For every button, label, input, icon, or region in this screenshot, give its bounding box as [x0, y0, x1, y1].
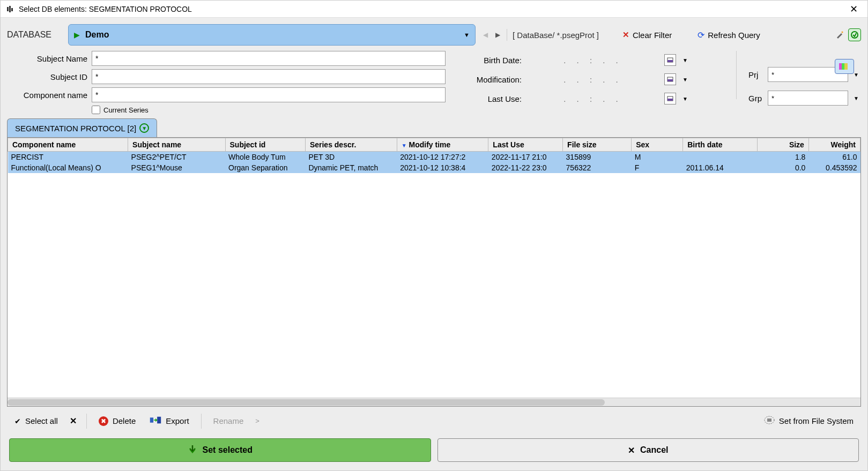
export-button[interactable]: Export: [147, 413, 191, 429]
dialog-buttons: Set selected ✕ Cancel: [7, 435, 861, 464]
birth-date-calendar-icon[interactable]: [664, 54, 676, 66]
table-cell: 0.0: [757, 162, 808, 173]
last-use-dropdown-icon[interactable]: ▼: [680, 94, 690, 104]
export-icon: [150, 415, 161, 427]
set-from-fs-button[interactable]: Set from File System: [762, 414, 856, 428]
table-cell: Dynamic PET, match: [305, 162, 397, 173]
subject-name-input[interactable]: [92, 51, 446, 66]
table-body[interactable]: Component name Subject name Subject id S…: [8, 138, 860, 398]
results-table: Component name Subject name Subject id S…: [7, 137, 861, 407]
toolbar-bottom: ✔ Select all ✕ ✖ Delete Export Rename >: [7, 407, 861, 435]
col-sex[interactable]: Sex: [632, 138, 683, 152]
h-scrollbar[interactable]: [8, 398, 860, 406]
table-cell: PSEG1^Mouse: [128, 162, 225, 173]
table-header-row: Component name Subject name Subject id S…: [8, 138, 860, 152]
tab-label: SEGMENTATION PROTOCOL [2]: [15, 124, 136, 133]
col-birth-date[interactable]: Birth date: [683, 138, 758, 152]
col-modify-time[interactable]: ▼Modify time: [397, 138, 488, 152]
svg-rect-6: [667, 60, 673, 62]
subject-id-input[interactable]: [92, 69, 446, 84]
grp-dropdown-icon[interactable]: ▼: [851, 93, 861, 103]
current-series-checkbox[interactable]: [92, 106, 100, 114]
play-icon: ▶: [74, 31, 80, 39]
table-cell: Organ Separation: [225, 162, 305, 173]
separator: [86, 414, 87, 429]
check-icon: ✔: [14, 417, 21, 425]
set-from-fs-label: Set from File System: [779, 416, 854, 425]
svg-point-3: [842, 32, 843, 33]
set-selected-button[interactable]: Set selected: [9, 438, 431, 462]
cancel-icon: ✕: [628, 445, 635, 455]
clear-filter-label: Clear Filter: [633, 31, 672, 40]
col-subject-name[interactable]: Subject name: [128, 138, 225, 152]
close-icon[interactable]: ✕: [845, 3, 862, 15]
scrollbar-thumb[interactable]: [8, 399, 605, 406]
prj-label: Prj: [748, 70, 765, 79]
table-cell: F: [632, 162, 683, 173]
col-size[interactable]: Size: [757, 138, 808, 152]
svg-rect-13: [844, 63, 848, 70]
table-row[interactable]: PERCISTPSEG2^PET/CTWhole Body TumPET 3D2…: [8, 152, 860, 163]
app-icon: [6, 5, 14, 13]
birth-date-dropdown-icon[interactable]: ▼: [680, 55, 690, 65]
filter-panel: Subject Name Subject ID Component name C…: [7, 51, 861, 114]
database-select[interactable]: ▶ Demo ▼: [68, 24, 476, 46]
col-component-name[interactable]: Component name: [8, 138, 128, 152]
table-row[interactable]: Functional(Local Means) OPSEG1^MouseOrga…: [8, 162, 860, 173]
refresh-query-button[interactable]: ⟳ Refresh Query: [695, 28, 762, 42]
col-last-use[interactable]: Last Use: [488, 138, 563, 152]
deselect-icon[interactable]: ✕: [70, 416, 77, 426]
table-cell: M: [632, 152, 683, 163]
grp-label: Grp: [748, 94, 765, 103]
component-name-input[interactable]: [92, 87, 446, 102]
select-all-label: Select all: [25, 416, 58, 425]
nav-next-icon[interactable]: ▶: [493, 29, 502, 41]
table-cell: 2021-10-12 17:27:2: [397, 152, 488, 163]
filters-dates: Birth Date: . . : . . ▼ Modification: . …: [452, 51, 724, 114]
table-cell: 756322: [563, 162, 632, 173]
modification-calendar-icon[interactable]: [664, 73, 676, 85]
export-label: Export: [166, 416, 189, 425]
table-cell: [683, 152, 758, 163]
clear-icon: ✕: [622, 30, 629, 40]
col-subject-id[interactable]: Subject id: [225, 138, 305, 152]
filters-left: Subject Name Subject ID Component name C…: [7, 51, 446, 114]
modification-dropdown-icon[interactable]: ▼: [680, 74, 690, 85]
table-cell: 1.8: [757, 152, 808, 163]
svg-rect-0: [7, 7, 9, 11]
table-cell: PERCIST: [8, 152, 128, 163]
current-series-label: Current Series: [103, 106, 149, 114]
tab-bar: SEGMENTATION PROTOCOL [2] ▼: [7, 118, 861, 137]
folder-icon: [764, 416, 775, 426]
col-file-size[interactable]: File size: [563, 138, 632, 152]
table-cell: 2022-11-17 21:0: [488, 152, 563, 163]
refresh-icon: ⟳: [698, 30, 704, 40]
config-icon[interactable]: [848, 28, 861, 41]
separator: [201, 414, 202, 429]
last-use-calendar-icon[interactable]: [664, 93, 676, 104]
titlebar: Select DB elements: SEGMENTATION PROTOCO…: [1, 1, 867, 18]
color-picker-icon[interactable]: [835, 59, 854, 74]
cancel-button[interactable]: ✕ Cancel: [437, 438, 859, 462]
last-use-label: Last Use:: [468, 94, 522, 103]
tab-dropdown-icon[interactable]: ▼: [139, 123, 149, 133]
cancel-label: Cancel: [640, 445, 668, 455]
wand-icon[interactable]: [833, 28, 846, 41]
col-weight[interactable]: Weight: [808, 138, 860, 152]
clear-filter-button[interactable]: ✕ Clear Filter: [620, 28, 674, 42]
select-all-button[interactable]: ✔ Select all: [12, 414, 60, 428]
database-label: DATABASE: [7, 30, 61, 40]
table-cell: 2021-10-12 10:38:4: [397, 162, 488, 173]
dialog-window: Select DB elements: SEGMENTATION PROTOCO…: [0, 0, 868, 471]
table-cell: 2011.06.14: [683, 162, 758, 173]
delete-label: Delete: [113, 416, 136, 425]
grp-input[interactable]: [768, 91, 848, 106]
delete-button[interactable]: ✖ Delete: [97, 414, 138, 428]
refresh-query-label: Refresh Query: [708, 31, 760, 40]
rename-arrow: >: [255, 417, 259, 425]
col-series-descr[interactable]: Series descr.: [305, 138, 397, 152]
tab-segmentation-protocol[interactable]: SEGMENTATION PROTOCOL [2] ▼: [7, 118, 157, 137]
sort-desc-icon: ▼: [402, 143, 407, 148]
nav-arrows: ◀ ▶: [481, 29, 507, 41]
nav-prev-icon[interactable]: ◀: [481, 29, 490, 41]
